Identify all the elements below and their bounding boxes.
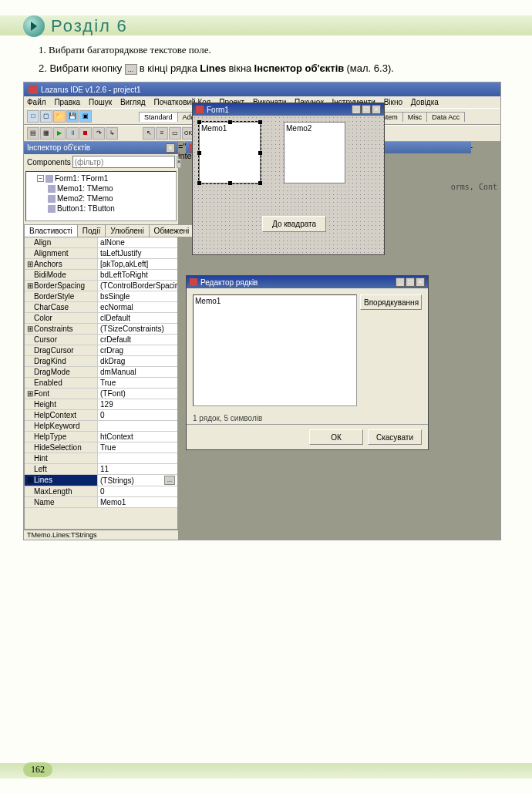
maximize-icon[interactable]: □ [406,278,415,287]
property-row[interactable]: ⊞Font(TFont) [25,389,177,399]
code-fragment: orms, Cont [451,183,497,191]
property-row[interactable]: BidiModebdLeftToRight [25,270,177,281]
inspector-title: Інспектор об'єктів [27,143,90,153]
property-row[interactable]: ⊞Anchors[akTop,akLeft] [25,259,177,270]
memo-icon [48,185,56,193]
filter-clear-icon[interactable]: × [177,156,182,168]
collapse-icon[interactable]: − [37,175,44,182]
menu-help[interactable]: Довідка [411,98,439,106]
menu-window[interactable]: Вікно [384,98,402,106]
property-row[interactable]: EnabledTrue [25,378,177,389]
property-row[interactable]: DragKinddkDrag [25,356,177,367]
ide-titlebar: Lazarus IDE v1.2.6 - project1 [24,82,500,96]
tab-events[interactable]: Події [77,224,106,237]
string-editor-memo[interactable]: Memo1 [193,294,357,406]
property-row[interactable]: HideSelectionTrue [25,442,177,453]
property-row[interactable]: ⊞Constraints(TSizeConstraints) [25,324,177,335]
property-row[interactable]: ⊞BorderSpacing(TControlBorderSpacing) [25,281,177,291]
close-icon[interactable]: × [416,278,425,287]
memo1-component[interactable]: Memo1 [199,122,261,183]
tree-memo2[interactable]: Memo2: TMemo [57,194,113,203]
ide-screenshot: Lazarus IDE v1.2.6 - project1 Файл Правк… [23,82,501,540]
property-row[interactable]: Hint [25,453,177,464]
menu-view[interactable]: Вигляд [120,98,146,106]
property-row[interactable]: CursorcrDefault [25,335,177,345]
tree-memo1[interactable]: Memo1: TMemo [57,184,113,193]
view-forms-icon[interactable]: ▦ [40,127,52,140]
ide-title: Lazarus IDE v1.2.6 - project1 [41,86,141,94]
tab-favorites[interactable]: Улюблені [105,224,149,237]
new-form-icon[interactable]: ▢ [40,110,52,123]
property-row[interactable]: AlignmenttaLeftJustify [25,248,177,259]
tree-button1[interactable]: Button1: TButton [57,204,115,213]
components-label: Components [27,158,71,167]
popup-comp-icon[interactable]: ▭ [169,127,181,140]
property-row[interactable]: ⊞Lines(TStrings)... [25,475,177,486]
property-row[interactable]: DragCursorcrDrag [25,345,177,356]
component-tree[interactable]: −Form1: TForm1 Memo1: TMemo Memo2: TMemo… [25,171,177,221]
ellipsis-icon: ... [125,64,137,75]
menu-comp-icon[interactable]: ≡ [156,127,168,140]
menu-file[interactable]: Файл [27,98,46,106]
tab-standard[interactable]: Standard [139,112,178,122]
inspector-status: TMemo.Lines:TStrings [24,530,178,540]
property-row[interactable]: MaxLength0 [25,486,177,497]
property-row[interactable]: AlignalNone [25,237,177,248]
string-editor-status: 1 рядок, 5 символів [187,412,428,424]
close-icon[interactable]: × [372,105,381,114]
filter-input[interactable] [72,156,175,168]
chapter-number: 6 [116,16,127,35]
property-row[interactable]: HelpKeyword [25,421,177,432]
cursor-icon[interactable]: ↖ [143,127,155,140]
step-over-icon[interactable]: ↷ [93,127,105,140]
property-row[interactable]: CharCaseecNormal [25,302,177,313]
minimize-icon[interactable]: _ [352,105,361,114]
tab-misc[interactable]: Misc [402,112,428,122]
editor-icon [190,278,197,286]
square-button[interactable]: До квадрата [262,216,326,232]
property-row[interactable]: HelpTypehtContext [25,432,177,442]
memo2-component[interactable]: Memo2 [284,122,345,183]
chapter-label: Розділ [51,16,111,35]
form-designer: Form1 _ □ × Memo1 [192,103,385,255]
menu-edit[interactable]: Правка [54,98,80,106]
sort-button[interactable]: Впорядкування [360,294,422,310]
run-icon[interactable]: ▶ [53,127,66,140]
maximize-icon[interactable]: □ [362,105,371,114]
form-icon [196,106,204,113]
form1-title: Form1 [207,106,229,114]
menu-search[interactable]: Пошук [89,98,112,106]
property-grid[interactable]: AlignalNoneAlignmenttaLeftJustify⊞Anchor… [24,237,178,530]
property-row[interactable]: Height129 [25,399,177,410]
step-1: 1. Вибрати багаторядкове текстове поле. [39,43,509,57]
pause-icon[interactable]: ⏸ [66,127,79,140]
minimize-icon[interactable]: _ [396,278,405,287]
property-row[interactable]: ColorclDefault [25,313,177,324]
view-units-icon[interactable]: ▤ [27,127,39,140]
property-row[interactable]: DragModedmManual [25,367,177,378]
close-icon[interactable]: × [166,143,175,153]
cancel-button[interactable]: Скасувати [368,429,422,445]
ellipsis-button[interactable]: ... [164,476,175,485]
save-all-icon[interactable]: ▣ [79,110,92,123]
save-icon[interactable]: 💾 [66,110,79,123]
memo-icon [48,195,56,203]
stop-icon[interactable]: ⏹ [79,127,92,140]
property-row[interactable]: BorderStylebsSingle [25,291,177,302]
tab-dataacc[interactable]: Data Acc [426,112,465,122]
new-unit-icon[interactable]: □ [27,110,39,123]
step-2: 2. Вибрати кнопку ... в кінці рядка Line… [39,62,509,76]
property-row[interactable]: HelpContext0 [25,410,177,421]
tree-root[interactable]: Form1: TForm1 [55,174,108,183]
arrow-icon [23,15,45,37]
ok-button[interactable]: ОК [309,429,363,445]
string-editor-window: Редактор рядків _ □ × Memo1 Впорядкуванн… [186,275,429,450]
chapter-header: Розділ 6 [23,15,509,37]
tab-properties[interactable]: Властивості [24,224,78,237]
tab-restricted[interactable]: Обмежені [149,224,195,237]
property-row[interactable]: NameMemo1 [25,497,177,508]
form-canvas[interactable]: Memo1 Memo2 До квадрата [193,116,384,254]
property-row[interactable]: Left11 [25,464,177,475]
open-icon[interactable]: 📁 [53,110,66,123]
step-into-icon[interactable]: ↳ [106,127,118,140]
